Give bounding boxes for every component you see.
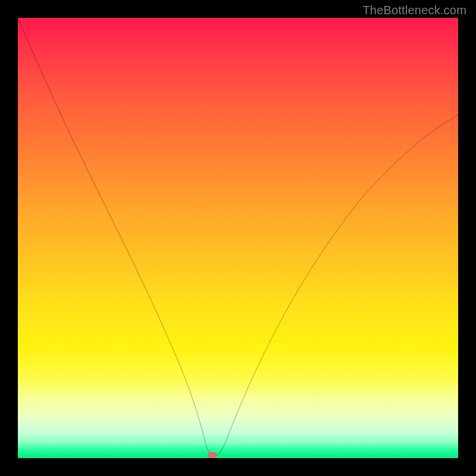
plot-area — [18, 18, 458, 458]
chart-frame: TheBottleneck.com — [0, 0, 476, 476]
optimum-marker — [208, 452, 217, 458]
curve-path — [18, 18, 458, 456]
bottleneck-curve — [18, 18, 458, 458]
watermark-text: TheBottleneck.com — [362, 4, 466, 17]
